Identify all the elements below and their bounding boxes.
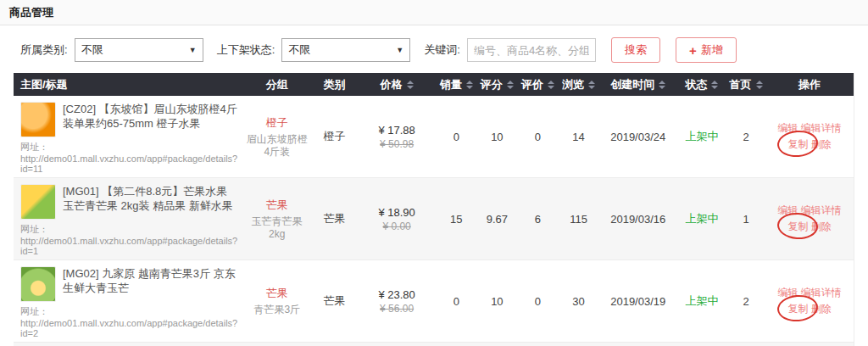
edit-details-link[interactable]: 编辑详情 — [801, 287, 842, 299]
status-badge: 上架中 — [685, 130, 718, 142]
old-price-value: ¥ 0.00 — [359, 220, 434, 232]
copy-link[interactable]: 复制 — [787, 220, 808, 232]
sort-icon — [507, 81, 514, 89]
column-header-group: 分组 — [243, 73, 311, 96]
url-label: 网址： — [20, 306, 48, 316]
views-cell: 11 — [559, 343, 599, 346]
sort-icon — [756, 81, 763, 89]
category-cell: 芒果 — [311, 178, 358, 260]
chevron-down-icon: ▼ — [396, 46, 403, 54]
sales-cell: 15 — [436, 178, 476, 260]
product-title: [CZ02] 【东坡馆】眉山东坡脐橙4斤装单果约65-75mm 橙子水果 — [63, 102, 240, 137]
status-badge: 上架中 — [685, 212, 718, 225]
home-cell: 2 — [726, 260, 765, 343]
add-button-label: 新增 — [701, 42, 723, 58]
plus-icon: + — [689, 43, 697, 58]
column-header-home[interactable]: 首页 — [726, 73, 765, 96]
column-header-created[interactable]: 创建时间 — [599, 73, 677, 96]
edit-details-link[interactable]: 编辑详情 — [801, 122, 842, 134]
edit-details-link[interactable]: 编辑详情 — [801, 204, 842, 216]
product-title: [MG02] 九家原 越南青芒果3斤 京东生鲜大青玉芒 — [63, 266, 240, 302]
product-thumbnail[interactable] — [20, 184, 56, 220]
group-link[interactable]: 芒果 — [245, 198, 309, 213]
sort-icon — [548, 81, 554, 89]
home-cell: 2 — [726, 96, 765, 178]
url-label: 网址： — [20, 142, 48, 152]
score-cell: 10 — [476, 96, 517, 178]
page-title: 商品管理 — [0, 0, 868, 25]
edit-link[interactable]: 编辑 — [777, 204, 798, 216]
sort-icon — [466, 81, 473, 89]
group-subtitle: 眉山东坡脐橙4斤装 — [245, 133, 309, 159]
price-value: ¥ 18.90 — [359, 206, 434, 219]
reviews-cell: 6 — [517, 178, 558, 260]
product-table: 主图/标题 分组 类别 价格 销量 评分 评价 浏览 创建时间 状态 首页 操作… — [14, 73, 854, 346]
column-header-price[interactable]: 价格 — [358, 73, 436, 96]
category-cell: 橙子 — [311, 96, 358, 178]
category-select-value: 不限 — [81, 42, 103, 58]
reviews-cell: 0 — [517, 96, 558, 178]
status-filter-label: 上下架状态: — [217, 42, 275, 58]
old-price-value: ¥ 50.98 — [359, 138, 434, 150]
views-cell: 115 — [559, 178, 599, 260]
sort-icon — [407, 81, 414, 89]
table-row: [CZ02] 【东坡馆】眉山东坡脐橙4斤装单果约65-75mm 橙子水果 网址：… — [14, 96, 854, 178]
column-header-status[interactable]: 状态 — [677, 73, 726, 96]
group-link[interactable]: 芒果 — [245, 286, 309, 301]
price-value: ¥ 23.80 — [359, 288, 434, 301]
product-url-link[interactable]: http://demo01.mall.vxzhu.com/app#package… — [20, 236, 237, 256]
copy-link[interactable]: 复制 — [787, 138, 808, 150]
sort-icon — [588, 81, 595, 89]
price-value: ¥ 17.88 — [359, 124, 434, 137]
group-link[interactable]: 橙子 — [245, 115, 309, 131]
delete-link[interactable]: 删除 — [811, 303, 832, 315]
home-cell: 1 — [726, 178, 765, 260]
product-title: [MG01] 【第二件8.8元】芒果水果 玉芒青芒果 2kg装 精品果 新鲜水果 — [63, 184, 240, 220]
column-header-sales[interactable]: 销量 — [436, 73, 476, 96]
table-row: [MG02] 九家原 越南青芒果3斤 京东生鲜大青玉芒 网址：http://de… — [14, 260, 854, 343]
delete-link[interactable]: 删除 — [811, 220, 832, 232]
created-cell: 2019/03/16 — [599, 178, 677, 260]
column-header-views[interactable]: 浏览 — [559, 73, 599, 96]
reviews-cell: 0 — [517, 343, 558, 346]
category-select[interactable]: 不限 ▼ — [75, 38, 203, 62]
reviews-cell: 0 — [517, 260, 558, 343]
status-badge: 上架中 — [685, 294, 718, 307]
category-cell: 芒果 — [311, 260, 358, 343]
sort-icon — [659, 81, 665, 89]
delete-link[interactable]: 删除 — [811, 138, 832, 150]
edit-link[interactable]: 编辑 — [777, 122, 798, 134]
product-thumbnail[interactable] — [20, 266, 56, 302]
product-thumbnail[interactable] — [20, 102, 56, 137]
url-label: 网址： — [20, 224, 48, 234]
score-cell: 10 — [476, 343, 517, 346]
created-cell: 2019/03/20 — [599, 343, 677, 346]
status-select[interactable]: 不限 ▼ — [281, 38, 410, 62]
views-cell: 14 — [559, 96, 599, 178]
column-header-category: 类别 — [311, 73, 358, 96]
table-header-row: 主图/标题 分组 类别 价格 销量 评分 评价 浏览 创建时间 状态 首页 操作 — [14, 73, 854, 96]
table-row: [PG01] 烟台红富士苹果 12个 净重2.6kg以上 单果190-240g … — [14, 343, 854, 346]
column-header-score[interactable]: 评分 — [476, 73, 517, 96]
column-header-actions: 操作 — [765, 73, 854, 96]
search-button[interactable]: 搜索 — [611, 37, 660, 63]
sales-cell: 0 — [436, 260, 476, 343]
sort-icon — [711, 81, 718, 89]
home-cell: 2 — [726, 343, 765, 346]
copy-link[interactable]: 复制 — [787, 303, 808, 315]
old-price-value: ¥ 56.00 — [359, 303, 434, 315]
edit-link[interactable]: 编辑 — [777, 287, 798, 299]
add-button[interactable]: + 新增 — [676, 37, 737, 63]
column-header-reviews[interactable]: 评价 — [517, 73, 558, 96]
chevron-down-icon: ▼ — [189, 46, 197, 54]
product-url-link[interactable]: http://demo01.mall.vxzhu.com/app#package… — [20, 153, 237, 174]
score-cell: 9.67 — [476, 178, 517, 260]
views-cell: 30 — [559, 260, 599, 343]
created-cell: 2019/03/19 — [599, 260, 677, 343]
category-filter-label: 所属类别: — [20, 42, 68, 58]
product-url-link[interactable]: http://demo01.mall.vxzhu.com/app#package… — [20, 318, 237, 338]
created-cell: 2019/03/24 — [599, 96, 677, 178]
keyword-input[interactable] — [467, 38, 596, 62]
category-cell: 苹果 — [311, 343, 358, 346]
table-row: [MG01] 【第二件8.8元】芒果水果 玉芒青芒果 2kg装 精品果 新鲜水果… — [14, 178, 854, 260]
